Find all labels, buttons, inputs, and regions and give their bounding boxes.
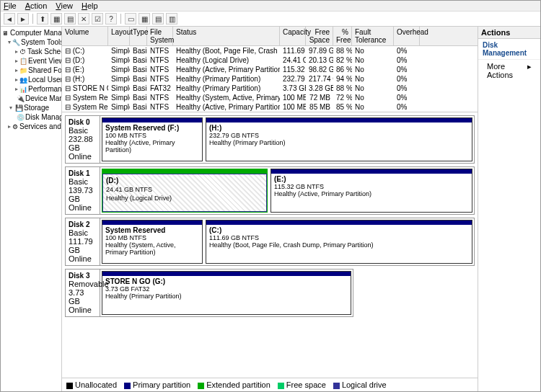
disk-2[interactable]: Disk 2Basic111.79 GBOnline System Reserv… — [65, 218, 475, 266]
view2-icon[interactable]: ▦ — [138, 13, 150, 24]
nav-tree: 🖥Computer Management (Local ▾🔧System Too… — [1, 27, 62, 391]
tree-shared[interactable]: ▸📁Shared Folders — [2, 66, 60, 75]
actions-pane: Actions Disk Management More Actions▸ — [478, 27, 540, 391]
menu-action[interactable]: Action — [25, 1, 48, 10]
tree-diskmgmt[interactable]: 💿Disk Management — [2, 112, 60, 122]
actions-section: Disk Management — [478, 39, 540, 60]
table-row[interactable]: ⊟ (E:)SimpleBasicNTFSHealthy (Active, Pr… — [62, 65, 478, 74]
tree-storage[interactable]: ▾💾Storage — [2, 103, 60, 112]
col-capacity: Capacity — [280, 27, 306, 45]
disk-3[interactable]: Disk 3Removable3.73 GBOnline STORE N GO … — [65, 269, 353, 317]
help-icon[interactable]: ? — [105, 13, 117, 24]
tree-systools[interactable]: ▾🔧System Tools — [2, 37, 60, 47]
table-row[interactable]: ⊟ (C:)SimpleBasicNTFSHealthy (Boot, Page… — [62, 46, 478, 55]
tree-devmgr[interactable]: 🔌Device Manager — [2, 94, 60, 103]
chevron-right-icon: ▸ — [527, 62, 532, 79]
menu-view[interactable]: View — [56, 1, 73, 10]
col-layout: Layout — [108, 27, 130, 45]
disk-1[interactable]: Disk 1Basic139.73 GBOnline (D:)24.41 GB … — [65, 166, 475, 215]
settings-icon[interactable]: ☑ — [92, 13, 103, 24]
tree-root[interactable]: 🖥Computer Management (Local — [2, 28, 60, 37]
disk1-part2[interactable]: (E:)115.32 GB NTFSHealthy (Active, Prima… — [270, 169, 472, 213]
back-icon[interactable]: ◄ — [4, 13, 15, 24]
forward-icon[interactable]: ► — [17, 13, 29, 24]
col-free: Free Space — [306, 27, 333, 45]
tree-users[interactable]: ▸👥Local Users and Groups — [2, 75, 60, 84]
table-row[interactable]: ⊟ System ReservedSimpleBasicNTFSHealthy … — [62, 93, 478, 102]
table-row[interactable]: ⊟ STORE N GO (G:)SimpleBasicFAT32Healthy… — [62, 84, 478, 93]
more-actions[interactable]: More Actions▸ — [478, 60, 540, 81]
col-type: Type — [130, 27, 147, 45]
disk0-part1[interactable]: System Reserved (F:)100 MB NTFSHealthy (… — [102, 117, 203, 161]
volume-grid: Volume Layout Type File System Status Ca… — [62, 27, 478, 112]
disk-layout: Disk 0Basic232.88 GBOnline System Reserv… — [62, 112, 478, 378]
col-ov: Overhead — [394, 27, 420, 45]
col-pct: % Free — [333, 27, 352, 45]
disk1-part1[interactable]: (D:)24.41 GB NTFSHealthy (Logical Drive) — [102, 169, 268, 213]
up-icon[interactable]: ⬆ — [37, 13, 48, 24]
menu-file[interactable]: FFileile — [4, 1, 17, 10]
disk2-part1[interactable]: System Reserved100 MB NTFSHealthy (Syste… — [102, 220, 203, 264]
col-volume: Volume — [62, 27, 108, 45]
tree-perf[interactable]: ▸📊Performance — [2, 84, 60, 94]
menu-help[interactable]: Help — [82, 1, 98, 10]
delete-icon[interactable]: ✕ — [78, 13, 89, 24]
toolbar: ◄ ► ⬆ ▦ ▤ ✕ ☑ ? ▭ ▦ ▤ ▥ — [1, 12, 540, 27]
disk3-part1[interactable]: STORE N GO (G:)3.73 GB FAT32Healthy (Pri… — [102, 271, 351, 315]
col-ft: Fault Tolerance — [352, 27, 394, 45]
tree-task[interactable]: ▸⏱Task Scheduler — [2, 47, 60, 56]
view1-icon[interactable]: ▭ — [125, 13, 136, 24]
tree-event[interactable]: ▸📋Event Viewer — [2, 56, 60, 66]
disk-0[interactable]: Disk 0Basic232.88 GBOnline System Reserv… — [65, 115, 475, 164]
table-row[interactable]: ⊟ (H:)SimpleBasicNTFSHealthy (Primary Pa… — [62, 74, 478, 84]
actions-header: Actions — [478, 27, 540, 39]
col-fs: File System — [147, 27, 173, 45]
disk2-part2[interactable]: (C:)111.69 GB NTFSHealthy (Boot, Page Fi… — [206, 220, 472, 264]
disk0-part2[interactable]: (H:)232.79 GB NTFSHealthy (Primary Parti… — [206, 117, 472, 161]
grid-header[interactable]: Volume Layout Type File System Status Ca… — [62, 27, 478, 46]
table-row[interactable]: ⊟ System Reserved (F:)SimpleBasicNTFSHea… — [62, 102, 478, 112]
table-row[interactable]: ⊟ (D:)SimpleBasicNTFSHealthy (Logical Dr… — [62, 55, 478, 65]
menubar: FFileile Action View Help — [1, 1, 540, 12]
col-status: Status — [173, 27, 280, 45]
properties-icon[interactable]: ▤ — [64, 13, 76, 24]
show-hide-icon[interactable]: ▦ — [50, 13, 62, 24]
view3-icon[interactable]: ▤ — [152, 13, 164, 24]
legend: Unallocated Primary partition Extended p… — [62, 378, 478, 391]
view4-icon[interactable]: ▥ — [166, 13, 177, 24]
tree-services[interactable]: ▸⚙Services and Applications — [2, 122, 60, 131]
